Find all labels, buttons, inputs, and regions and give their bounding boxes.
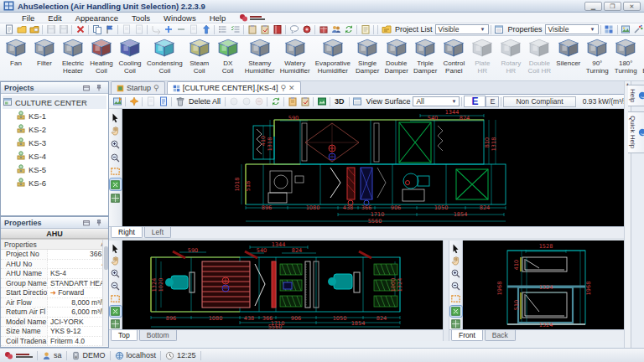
component-condensing-coil[interactable]: Condensing Coil xyxy=(144,38,185,75)
component-silencer[interactable]: Silencer xyxy=(553,38,583,68)
component-control-panel[interactable]: Control Panel xyxy=(439,38,468,75)
zoom-in-tool-icon[interactable] xyxy=(110,268,122,279)
paste-icon[interactable] xyxy=(103,24,116,35)
copy-icon[interactable] xyxy=(91,24,103,35)
tab-pin-icon[interactable]: ⚲ xyxy=(280,84,286,92)
zoom-window-tool-icon[interactable] xyxy=(110,293,122,304)
zoom-extents-tool-icon[interactable] xyxy=(110,306,122,317)
properties-scrollbar[interactable] xyxy=(102,240,108,346)
users-icon[interactable] xyxy=(330,24,342,35)
import-icon[interactable] xyxy=(200,24,212,35)
copy-spec-icon[interactable] xyxy=(286,96,299,107)
component-watery-humidifier[interactable]: Watery Humidifier xyxy=(278,38,313,75)
menu-appearance[interactable]: Appearance xyxy=(69,13,125,23)
component-evaporative-humidifier[interactable]: Evaporative Humidifier xyxy=(313,38,353,75)
property-row-group-name[interactable]: Group NameSTANDART HEA... xyxy=(1,279,108,289)
tab-right[interactable]: Right xyxy=(111,227,143,238)
non-compliant-button[interactable]: Non Compliant xyxy=(503,96,575,107)
restore-icon[interactable] xyxy=(80,217,92,228)
stamp-icon[interactable] xyxy=(300,24,313,35)
component-90-turning[interactable]: 90° Turning xyxy=(583,38,611,75)
component-triple-damper[interactable]: Triple Damper xyxy=(411,38,439,75)
select-tool-icon[interactable] xyxy=(110,243,122,254)
property-row-start-directio[interactable]: Start Directio➜Forward xyxy=(1,288,108,298)
component-single-damper[interactable]: Single Damper xyxy=(353,38,382,75)
ahu-item-ks-1[interactable]: KS-1 xyxy=(3,109,106,122)
project-root-item[interactable]: CULTURE CENTER xyxy=(3,96,106,109)
price-book-icon[interactable] xyxy=(271,24,283,35)
property-row-project-no[interactable]: Project No3663 xyxy=(1,250,108,260)
pin-icon[interactable] xyxy=(92,82,105,93)
close-button[interactable]: ✕ xyxy=(623,2,641,11)
open-project-icon[interactable] xyxy=(28,24,40,35)
vertical-splitter[interactable] xyxy=(443,240,449,348)
project-tree-icon[interactable] xyxy=(380,24,392,35)
project-list-select[interactable]: Visible▼ xyxy=(435,24,489,34)
ahu-item-ks-2[interactable]: KS-2 xyxy=(3,122,106,136)
tab-help[interactable]: ? Help xyxy=(628,85,644,106)
export-drawing-icon[interactable] xyxy=(111,96,123,107)
component-double-damper[interactable]: Double Damper xyxy=(382,38,410,75)
tab-close-icon[interactable]: ✕ xyxy=(288,84,295,92)
tab-quick-help[interactable]: ? Quick Help xyxy=(628,111,644,153)
properties-group-header[interactable]: Properties˄ xyxy=(1,240,108,250)
energy-class-button[interactable]: E xyxy=(486,96,499,107)
property-row-coil-tradena[interactable]: Coil TradenaFriterm 4.0 xyxy=(1,337,108,347)
tab-bottom[interactable]: Bottom xyxy=(139,330,177,341)
refresh-drawing-icon[interactable] xyxy=(269,96,282,107)
pan-tool-icon[interactable] xyxy=(110,125,122,137)
tab-back[interactable]: Back xyxy=(485,330,516,341)
tab-top[interactable]: Top xyxy=(111,330,138,341)
minimize-button[interactable]: ▁ xyxy=(584,2,602,11)
status-database[interactable]: DEMO xyxy=(71,351,106,360)
select-tool-icon[interactable] xyxy=(450,243,462,254)
print-area-tool-icon[interactable] xyxy=(110,318,122,329)
reload-drawing-icon[interactable] xyxy=(157,96,169,107)
front-view-canvas[interactable]: 15284105101968196813241324 xyxy=(463,240,624,329)
grid-view-icon[interactable] xyxy=(603,24,615,35)
zoom-out-tool-icon[interactable] xyxy=(110,281,122,292)
open-icon[interactable] xyxy=(15,24,28,35)
restore-icon[interactable] xyxy=(80,82,92,93)
zoom-in-tool-icon[interactable] xyxy=(450,268,462,279)
right-view-canvas[interactable]: 1344540824590410131881013181018518896108… xyxy=(122,109,624,226)
comment-icon[interactable] xyxy=(288,24,300,35)
zoom-extents-tool-icon[interactable] xyxy=(450,306,462,317)
ahu-item-ks-4[interactable]: KS-4 xyxy=(3,149,106,163)
component-cooling-coil[interactable]: Cooling Coil xyxy=(116,38,144,75)
delete-all-button[interactable]: Delete All xyxy=(189,97,221,106)
status-host[interactable]: localhost xyxy=(115,351,157,360)
zoom-out-tool-icon[interactable] xyxy=(110,152,122,163)
menu-edit[interactable]: Edit xyxy=(41,13,68,23)
pan-tool-icon[interactable] xyxy=(110,256,122,266)
tab-front[interactable]: Front xyxy=(451,330,483,341)
component-filter[interactable]: Filter xyxy=(30,38,59,68)
component-drop-eliminator[interactable]: Drop Eliminator xyxy=(640,38,644,75)
menu-help[interactable]: Help xyxy=(203,13,233,23)
select-tool-icon[interactable] xyxy=(110,111,122,123)
top-view-canvas[interactable]: 1344590540824132410201000132489610804383… xyxy=(122,240,443,329)
zoom-out-tool-icon[interactable] xyxy=(450,281,462,292)
property-row-ahu-no[interactable]: AHU No4 xyxy=(1,260,108,270)
delete-icon[interactable] xyxy=(74,24,86,35)
status-user[interactable]: sa xyxy=(42,351,62,360)
list-icon[interactable] xyxy=(216,24,229,35)
tab-startup[interactable]: Startup ⚲ xyxy=(111,81,165,94)
component-electric-heater[interactable]: Electric Heater xyxy=(59,38,87,75)
add-icon[interactable] xyxy=(162,24,174,35)
zoom-extents-tool-icon[interactable] xyxy=(110,178,122,190)
ahu-item-ks-6[interactable]: KS-6 xyxy=(3,176,106,189)
zoom-window-tool-icon[interactable] xyxy=(450,293,462,304)
property-row-return-air-fl[interactable]: Return Air Fl6,000 m³/h xyxy=(1,308,108,318)
properties-select[interactable]: Visible▼ xyxy=(545,24,599,34)
view-surface-select[interactable]: All▼ xyxy=(413,96,460,106)
component-dx-coil[interactable]: DX Coil xyxy=(214,38,242,75)
clipboard-check-icon[interactable] xyxy=(258,24,271,35)
component-heating-coil[interactable]: Heating Coil xyxy=(87,38,116,75)
zoom-window-tool-icon[interactable] xyxy=(110,165,122,177)
menu-file[interactable]: File xyxy=(15,13,41,23)
tab-pin-icon[interactable]: ⚲ xyxy=(153,84,159,92)
pan-tool-icon[interactable] xyxy=(450,256,462,266)
screenshot-icon[interactable] xyxy=(620,24,632,35)
menu-windows[interactable]: Windows xyxy=(157,13,203,23)
